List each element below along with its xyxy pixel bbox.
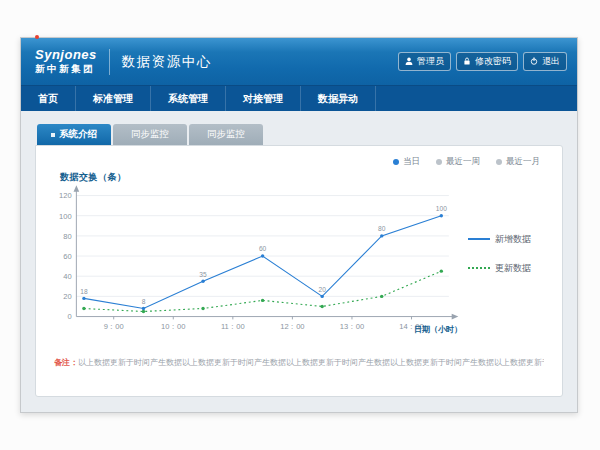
solid-line-sample-icon xyxy=(468,238,490,240)
period-legend-today-label: 当日 xyxy=(403,156,420,168)
footnote-label: 备注： xyxy=(54,358,78,367)
line-chart: 0204060801001209：0010：0011：0012：0013：001… xyxy=(48,184,464,347)
chart-y-axis-title: 数据交换（条） xyxy=(60,171,550,184)
svg-text:100: 100 xyxy=(436,205,447,212)
logout-label: 退出 xyxy=(542,55,560,68)
svg-text:18: 18 xyxy=(80,288,88,295)
svg-text:12：00: 12：00 xyxy=(280,322,304,331)
tab-bar: 系统介绍 同步监控 同步监控 xyxy=(35,124,563,145)
admin-user-label: 管理员 xyxy=(417,55,444,68)
nav-item-standard-mgmt[interactable]: 标准管理 xyxy=(76,86,151,111)
series-legend: 新增数据 更新数据 xyxy=(468,233,531,275)
admin-user-button[interactable]: 管理员 xyxy=(398,52,451,71)
svg-text:100: 100 xyxy=(59,212,72,221)
dotted-line-sample-icon xyxy=(468,267,490,269)
tab-sync-monitor-2[interactable]: 同步监控 xyxy=(189,124,263,145)
svg-text:80: 80 xyxy=(378,225,386,232)
change-password-button[interactable]: 修改密码 xyxy=(456,52,518,71)
svg-text:13：00: 13：00 xyxy=(340,322,364,331)
logout-button[interactable]: 退出 xyxy=(523,52,567,71)
nav-item-home[interactable]: 首页 xyxy=(21,86,76,111)
brand-logo-subtext: 新中新集团 xyxy=(35,63,97,76)
user-icon xyxy=(405,57,413,67)
lock-icon xyxy=(463,57,471,67)
brand-logo-dot-icon xyxy=(35,35,39,39)
svg-text:80: 80 xyxy=(63,232,71,241)
page-title: 数据资源中心 xyxy=(122,53,212,71)
svg-text:40: 40 xyxy=(63,272,71,281)
tab-sync-monitor-1-label: 同步监控 xyxy=(131,128,169,141)
footnote: 备注：以上数据更新于时间产生数据以上数据更新于时间产生数据以上数据更新于时间产生… xyxy=(54,357,544,368)
chart-panel: 当日 最近一周 最近一月 数据交换（条） 0204060801001209：00… xyxy=(35,145,563,397)
power-icon xyxy=(530,57,538,67)
header-divider xyxy=(109,49,110,75)
period-legend-week-label: 最近一周 xyxy=(446,156,480,168)
series-legend-update-data: 更新数据 xyxy=(468,262,531,275)
nav-item-system-mgmt[interactable]: 系统管理 xyxy=(151,86,226,111)
period-legend-today[interactable]: 当日 xyxy=(393,156,420,168)
tab-sync-monitor-1[interactable]: 同步监控 xyxy=(113,124,187,145)
svg-text:10：00: 10：00 xyxy=(161,322,185,331)
series-legend-update-data-label: 更新数据 xyxy=(495,262,531,275)
svg-text:8: 8 xyxy=(142,298,146,305)
tab-marker-icon xyxy=(51,133,55,137)
chart-row: 0204060801001209：0010：0011：0012：0013：001… xyxy=(48,184,550,347)
brand-logo-text: Synjones xyxy=(35,48,97,61)
app-header: Synjones 新中新集团 数据资源中心 管理员 修改密码 xyxy=(21,38,577,85)
tab-system-intro-label: 系统介绍 xyxy=(59,128,97,141)
nav-item-interface-mgmt[interactable]: 对接管理 xyxy=(226,86,301,111)
change-password-label: 修改密码 xyxy=(475,55,511,68)
legend-dot-icon xyxy=(496,159,502,165)
app-window: Synjones 新中新集团 数据资源中心 管理员 修改密码 xyxy=(20,37,578,413)
svg-text:0: 0 xyxy=(67,312,71,321)
svg-text:9：00: 9：00 xyxy=(104,322,124,331)
legend-dot-icon xyxy=(436,159,442,165)
content-area: 系统介绍 同步监控 同步监控 当日 最近一周 xyxy=(21,111,577,397)
series-legend-new-data: 新增数据 xyxy=(468,233,531,246)
nav-item-data-change[interactable]: 数据异动 xyxy=(301,86,376,111)
svg-text:60: 60 xyxy=(259,245,267,252)
tab-system-intro[interactable]: 系统介绍 xyxy=(37,124,111,145)
header-actions: 管理员 修改密码 退出 xyxy=(398,52,567,71)
main-nav: 首页 标准管理 系统管理 对接管理 数据异动 xyxy=(21,85,577,111)
svg-text:20: 20 xyxy=(63,292,71,301)
svg-text:60: 60 xyxy=(63,252,71,261)
tab-sync-monitor-2-label: 同步监控 xyxy=(207,128,245,141)
brand-logo: Synjones 新中新集团 xyxy=(31,48,97,76)
period-legend-month[interactable]: 最近一月 xyxy=(496,156,540,168)
period-legend-month-label: 最近一月 xyxy=(506,156,540,168)
svg-text:日期（小时）: 日期（小时） xyxy=(414,325,462,334)
legend-dot-icon xyxy=(393,159,399,165)
period-legend-week[interactable]: 最近一周 xyxy=(436,156,480,168)
svg-text:11：00: 11：00 xyxy=(221,322,245,331)
svg-text:120: 120 xyxy=(59,191,72,200)
period-legend: 当日 最近一周 最近一月 xyxy=(48,152,550,168)
svg-text:20: 20 xyxy=(319,286,327,293)
footnote-text: 以上数据更新于时间产生数据以上数据更新于时间产生数据以上数据更新于时间产生数据以… xyxy=(78,358,544,367)
svg-text:35: 35 xyxy=(199,271,207,278)
series-legend-new-data-label: 新增数据 xyxy=(495,233,531,246)
